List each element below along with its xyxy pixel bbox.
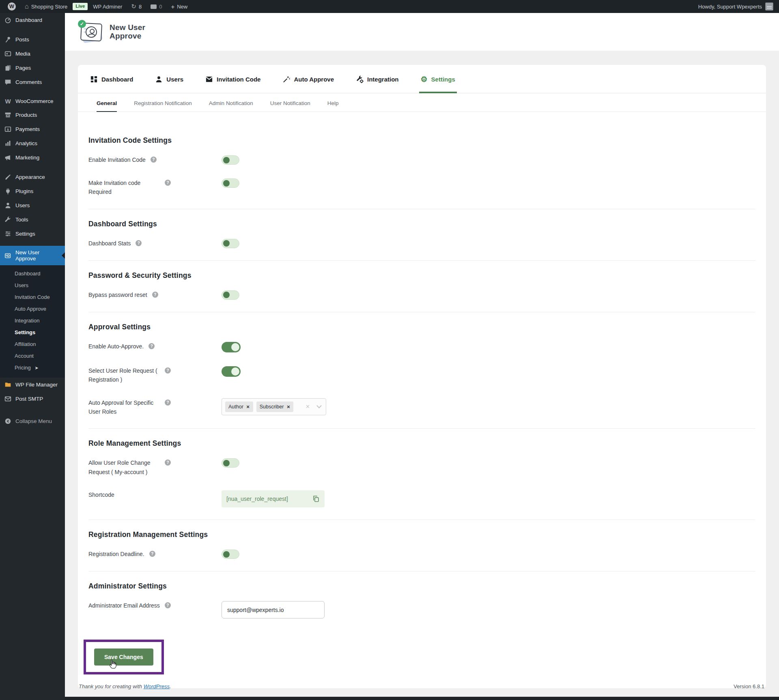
subtab-admin-notification[interactable]: Admin Notification	[209, 100, 253, 112]
sidebar-item-woocommerce[interactable]: W WooCommerce	[0, 94, 65, 108]
chevron-down-icon[interactable]	[316, 403, 322, 408]
comments-link[interactable]: 0	[147, 0, 166, 13]
submenu-item-users[interactable]: Users	[0, 279, 65, 291]
tab-dashboard[interactable]: Dashboard	[90, 75, 133, 93]
updates-link[interactable]: ↻ 8	[127, 0, 145, 13]
tab-users[interactable]: Users	[155, 75, 183, 93]
sidebar-item-post-smtp[interactable]: Post SMTP	[0, 392, 65, 406]
wp-adminer-link[interactable]: WP Adminer	[89, 0, 126, 13]
avatar[interactable]	[765, 2, 773, 11]
sidebar-item-products[interactable]: Products	[0, 108, 65, 122]
chip-remove-icon[interactable]: ✕	[246, 404, 250, 409]
enable-auto-approve-toggle[interactable]	[222, 342, 241, 352]
sidebar-item-pages[interactable]: Pages	[0, 61, 65, 75]
invitation-code-required-toggle[interactable]	[222, 178, 239, 188]
subtab-registration-notification[interactable]: Registration Notification	[134, 100, 192, 112]
submenu-item-account[interactable]: Account	[0, 350, 65, 362]
avatar-card-icon	[85, 26, 97, 38]
sidebar-item-plugins[interactable]: Plugins	[0, 184, 65, 198]
subtab-help[interactable]: Help	[327, 100, 339, 112]
submenu-item-auto-approve[interactable]: Auto Approve	[0, 303, 65, 315]
allow-role-change-toggle[interactable]	[222, 458, 239, 468]
new-user-approve-icon	[4, 252, 12, 259]
clear-all-icon[interactable]: ✕	[306, 404, 310, 410]
user-roles-multiselect[interactable]: Author ✕ Subscriber ✕ ✕	[222, 398, 326, 415]
sidebar-item-new-user-approve[interactable]: New User Approve	[0, 246, 65, 265]
sidebar-item-media[interactable]: Media	[0, 47, 65, 61]
registration-deadline-toggle[interactable]	[222, 550, 239, 559]
tab-invitation-code[interactable]: Invitation Code	[205, 75, 260, 93]
site-name-link[interactable]: ⌂ Shopping Store	[21, 0, 71, 13]
save-changes-button[interactable]: Save Changes	[94, 648, 153, 666]
help-icon[interactable]: ?	[165, 460, 171, 466]
sidebar-item-dashboard[interactable]: Dashboard	[0, 13, 65, 27]
bypass-password-reset-toggle[interactable]	[222, 290, 239, 300]
shortcode-label: Shortcode	[88, 490, 114, 499]
submenu-item-settings[interactable]: Settings	[0, 326, 65, 338]
help-icon[interactable]: ?	[149, 551, 155, 557]
wrench-icon	[4, 216, 12, 223]
check-badge-icon: ✓	[78, 20, 86, 28]
live-badge: Live	[73, 3, 88, 10]
gauge-icon	[4, 17, 12, 24]
tab-integration[interactable]: Integration	[356, 75, 399, 93]
role-chip-author[interactable]: Author ✕	[225, 402, 253, 412]
select-user-role-request-toggle[interactable]	[222, 366, 241, 377]
howdy-account-link[interactable]: Howdy, Support Wpexperts	[698, 4, 762, 10]
submenu-item-invitation-code[interactable]: Invitation Code	[0, 291, 65, 303]
dashboard-stats-toggle[interactable]	[222, 239, 239, 248]
admin-footer: Thank you for creating with WordPress. V…	[65, 676, 779, 697]
tab-auto-approve[interactable]: Auto Approve	[282, 75, 334, 93]
help-icon[interactable]: ?	[165, 602, 171, 608]
subtab-general[interactable]: General	[97, 100, 117, 112]
shortcode-value: [nua_user_role_request]	[226, 496, 288, 502]
settings-card: Dashboard Users Invitation Code Auto App…	[78, 65, 766, 688]
sidebar-item-analytics[interactable]: Analytics	[0, 136, 65, 150]
submenu-item-dashboard[interactable]: Dashboard	[0, 268, 65, 279]
chip-remove-icon[interactable]: ✕	[286, 404, 290, 409]
updates-icon: ↻	[131, 3, 136, 10]
submenu-item-pricing[interactable]: Pricing ➤	[0, 362, 65, 374]
new-user-approve-logo: ✓	[79, 21, 104, 43]
site-name: Shopping Store	[31, 4, 68, 10]
tab-settings[interactable]: ⚙ Settings	[421, 75, 455, 93]
help-icon[interactable]: ?	[165, 367, 171, 374]
role-chip-subscriber[interactable]: Subscriber ✕	[256, 402, 294, 412]
plugin-tabs: Dashboard Users Invitation Code Auto App…	[78, 65, 766, 93]
help-icon[interactable]: ?	[136, 240, 142, 246]
sidebar-item-settings[interactable]: Settings	[0, 227, 65, 241]
sidebar-item-payments[interactable]: $ Payments	[0, 122, 65, 136]
new-user-approve-submenu: Dashboard Users Invitation Code Auto App…	[0, 265, 65, 378]
auto-approval-specific-roles-label: Auto Approval for Specific User Roles	[88, 398, 160, 417]
help-icon[interactable]: ?	[165, 180, 171, 186]
sidebar-item-posts[interactable]: Posts	[0, 32, 65, 47]
sidebar-item-tools[interactable]: Tools	[0, 213, 65, 227]
help-icon[interactable]: ?	[165, 399, 171, 406]
help-icon[interactable]: ?	[152, 292, 158, 298]
sidebar-collapse-menu[interactable]: Collapse Menu	[0, 414, 65, 428]
section-title: Administrator Settings	[88, 582, 755, 590]
submenu-item-affiliation[interactable]: Affiliation	[0, 338, 65, 350]
administrator-email-input[interactable]	[222, 601, 325, 618]
wordpress-link[interactable]: WordPress	[144, 683, 170, 689]
select-user-role-request-label: Select User Role Request ( Registration …	[88, 366, 160, 384]
plug-icon	[4, 188, 12, 195]
copy-icon[interactable]	[312, 495, 320, 502]
enable-auto-approve-label: Enable Auto-Approve.	[88, 342, 144, 351]
submenu-item-integration[interactable]: Integration	[0, 315, 65, 326]
general-settings-content: Invitation Code Settings Enable Invitati…	[78, 112, 766, 688]
new-content-menu[interactable]: + New	[167, 0, 191, 13]
enable-invitation-code-toggle[interactable]	[222, 155, 239, 165]
sidebar-item-appearance[interactable]: Appearance	[0, 170, 65, 184]
help-icon[interactable]: ?	[148, 343, 155, 349]
section-invitation-code: Invitation Code Settings Enable Invitati…	[88, 126, 755, 209]
help-icon[interactable]: ?	[151, 157, 157, 163]
sidebar-item-users[interactable]: Users	[0, 198, 65, 213]
subtab-user-notification[interactable]: User Notification	[270, 100, 310, 112]
wordpress-logo-menu[interactable]: W	[4, 0, 19, 13]
section-administrator: Administrator Settings Administrator Ema…	[88, 571, 755, 684]
sidebar-item-marketing[interactable]: Marketing	[0, 150, 65, 165]
sidebar-item-comments[interactable]: Comments	[0, 75, 65, 89]
pricing-arrow-icon: ➤	[34, 365, 38, 370]
sidebar-item-wp-file-manager[interactable]: WP File Manager	[0, 378, 65, 392]
